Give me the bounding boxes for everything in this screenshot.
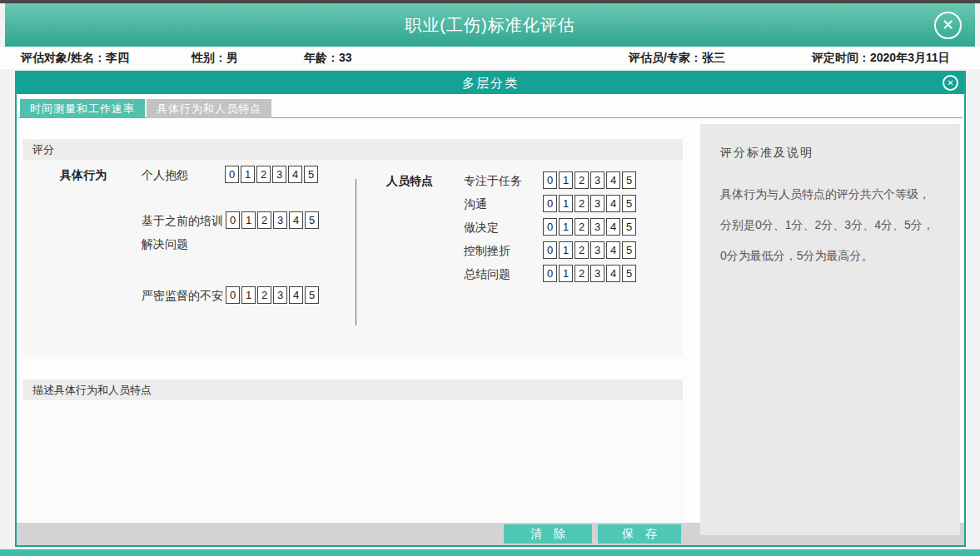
rating-item-label: 基于之前的培训解决问题 xyxy=(142,211,226,253)
description-textarea[interactable] xyxy=(22,400,683,522)
score-box-1[interactable]: 1 xyxy=(559,265,573,282)
score-box-5[interactable]: 5 xyxy=(622,171,636,189)
patient-age-value: 33 xyxy=(339,51,352,64)
rating-item-label: 沟通 xyxy=(464,195,543,213)
score-box-3[interactable]: 3 xyxy=(590,218,604,236)
score-box-0[interactable]: 0 xyxy=(543,195,557,212)
score-box-2[interactable]: 2 xyxy=(575,241,589,259)
behavior-items: 个人抱怨012345基于之前的培训解决问题012345严密监督的不安012345 xyxy=(142,166,319,305)
score-box-1[interactable]: 1 xyxy=(559,218,573,236)
assessor-value: 张三 xyxy=(702,51,725,64)
tab-time-measurement[interactable]: 时间测量和工作速率 xyxy=(20,99,145,118)
patient-gender-value: 男 xyxy=(226,51,238,64)
traits-items: 专注于任务012345沟通012345做决定012345控制挫折012345总结… xyxy=(464,171,636,288)
traits-group: 人员特点 专注于任务012345沟通012345做决定012345控制挫折012… xyxy=(386,171,636,288)
rating-row: 控制挫折012345 xyxy=(464,241,636,260)
sidebar-text-line: 分别是0分、1分、2分、3分、4分、5分， xyxy=(720,210,940,241)
score-box-2[interactable]: 2 xyxy=(575,171,589,189)
score-box-0[interactable]: 0 xyxy=(226,286,240,304)
assess-date-field: 评定时间：2020年3月11日 xyxy=(812,51,950,66)
score-box-5[interactable]: 5 xyxy=(622,265,636,282)
app-titlebar: 职业(工伤)标准化评估 ✕ xyxy=(5,3,975,47)
rating-item-label: 总结问题 xyxy=(464,265,543,283)
score-box-0[interactable]: 0 xyxy=(225,166,239,183)
score-box-2[interactable]: 2 xyxy=(256,166,271,183)
rating-panel: 评分 具体行为 个人抱怨012345基于之前的培训解决问题012345严密监督的… xyxy=(22,139,683,357)
rating-row: 个人抱怨012345 xyxy=(142,166,319,184)
tab-behavior-traits[interactable]: 具体行为和人员特点 xyxy=(147,99,271,118)
score-box-group: 012345 xyxy=(226,211,319,229)
rating-item-label: 做决定 xyxy=(464,218,543,236)
score-box-2[interactable]: 2 xyxy=(257,211,271,229)
rating-item-label: 控制挫折 xyxy=(464,241,543,260)
score-box-1[interactable]: 1 xyxy=(241,166,255,183)
patient-name-field: 评估对象/姓名：李四 xyxy=(21,51,129,66)
score-box-4[interactable]: 4 xyxy=(606,265,620,282)
save-button[interactable]: 保 存 xyxy=(598,524,681,544)
sidebar-title: 评分标准及说明 xyxy=(720,146,940,161)
rating-row: 基于之前的培训解决问题012345 xyxy=(142,211,319,253)
tab-bar: 时间测量和工作速率 具体行为和人员特点 xyxy=(18,99,963,118)
score-box-group: 012345 xyxy=(225,166,318,183)
clear-button[interactable]: 清 除 xyxy=(504,524,592,544)
patient-gender-label: 性别： xyxy=(192,51,226,64)
score-box-3[interactable]: 3 xyxy=(272,166,286,183)
score-box-3[interactable]: 3 xyxy=(590,195,604,212)
rating-row: 严密监督的不安012345 xyxy=(142,286,319,305)
sidebar-text-line: 0分为最低分，5分为最高分。 xyxy=(720,241,940,271)
dialog-close-icon[interactable]: ✕ xyxy=(943,75,958,91)
score-box-4[interactable]: 4 xyxy=(288,166,302,183)
score-box-4[interactable]: 4 xyxy=(606,195,620,212)
score-box-0[interactable]: 0 xyxy=(543,241,557,259)
dialog-header: 多层分类 ✕ xyxy=(17,72,964,94)
score-box-5[interactable]: 5 xyxy=(622,195,636,212)
score-box-5[interactable]: 5 xyxy=(305,286,319,304)
score-box-group: 012345 xyxy=(543,218,636,236)
assess-date-label: 评定时间： xyxy=(812,51,870,64)
rating-panel-header: 评分 xyxy=(22,139,683,160)
score-box-2[interactable]: 2 xyxy=(575,195,589,212)
score-box-3[interactable]: 3 xyxy=(273,211,287,229)
score-box-group: 012345 xyxy=(226,286,319,304)
score-box-1[interactable]: 1 xyxy=(241,211,256,229)
page-bottom-strip xyxy=(0,549,980,556)
score-box-4[interactable]: 4 xyxy=(289,211,303,229)
score-box-1[interactable]: 1 xyxy=(559,241,573,259)
patient-age-field: 年龄：33 xyxy=(304,51,352,66)
score-box-5[interactable]: 5 xyxy=(304,166,318,183)
score-box-4[interactable]: 4 xyxy=(606,241,620,259)
score-box-0[interactable]: 0 xyxy=(543,171,557,189)
score-box-5[interactable]: 5 xyxy=(622,241,636,259)
score-box-3[interactable]: 3 xyxy=(590,265,604,282)
score-box-0[interactable]: 0 xyxy=(543,265,557,282)
assessor-field: 评估员/专家：张三 xyxy=(629,51,725,66)
score-box-2[interactable]: 2 xyxy=(575,265,589,282)
score-box-1[interactable]: 1 xyxy=(559,195,573,212)
patient-age-label: 年龄： xyxy=(304,51,339,64)
score-box-4[interactable]: 4 xyxy=(606,171,620,189)
score-box-3[interactable]: 3 xyxy=(590,241,604,259)
score-box-1[interactable]: 1 xyxy=(241,286,256,304)
score-box-3[interactable]: 3 xyxy=(273,286,287,304)
score-box-group: 012345 xyxy=(543,265,636,282)
score-box-5[interactable]: 5 xyxy=(622,218,636,236)
score-box-2[interactable]: 2 xyxy=(575,218,589,236)
score-box-4[interactable]: 4 xyxy=(289,286,303,304)
score-box-0[interactable]: 0 xyxy=(226,211,240,229)
score-box-4[interactable]: 4 xyxy=(606,218,620,236)
dialog-title: 多层分类 xyxy=(462,76,519,90)
score-box-5[interactable]: 5 xyxy=(305,211,319,229)
behavior-group: 具体行为 个人抱怨012345基于之前的培训解决问题012345严密监督的不安0… xyxy=(60,166,319,305)
window-close-icon[interactable]: ✕ xyxy=(934,12,962,39)
app-title: 职业(工伤)标准化评估 xyxy=(405,14,575,37)
rating-row: 做决定012345 xyxy=(464,218,636,236)
score-box-2[interactable]: 2 xyxy=(257,286,271,304)
sidebar-text-line: 具体行为与人员特点的评分共六个等级， xyxy=(720,179,940,210)
score-box-3[interactable]: 3 xyxy=(590,171,604,189)
score-box-0[interactable]: 0 xyxy=(543,218,557,236)
behavior-group-title: 具体行为 xyxy=(60,166,142,184)
score-box-group: 012345 xyxy=(543,241,636,259)
rating-row: 专注于任务012345 xyxy=(464,171,636,190)
app-window: 职业(工伤)标准化评估 ✕ 评估对象/姓名：李四 性别：男 年龄：33 评估员/… xyxy=(0,0,980,556)
score-box-1[interactable]: 1 xyxy=(559,171,573,189)
